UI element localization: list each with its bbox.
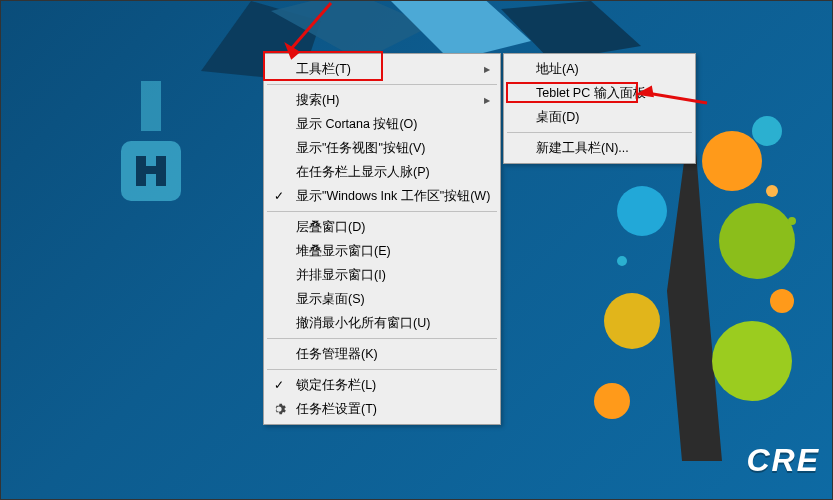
menu-item-label: Teblet PC 输入面板 bbox=[536, 85, 646, 102]
menu-item-windows-ink-button[interactable]: ✓ 显示"Windows Ink 工作区"按钮(W) bbox=[266, 184, 498, 208]
checkmark-icon: ✓ bbox=[274, 189, 284, 203]
menu-item-label: 堆叠显示窗口(E) bbox=[296, 243, 391, 260]
svg-point-12 bbox=[752, 116, 782, 146]
desktop-viewport: CRE 工具栏(T) 搜索(H) 显示 Cortana 按钮(O) 显示"任务视… bbox=[0, 0, 833, 500]
toolbars-submenu: 地址(A) Teblet PC 输入面板 桌面(D) 新建工具栏(N)... bbox=[503, 53, 696, 164]
menu-item-label: 地址(A) bbox=[536, 61, 579, 78]
menu-item-toolbars[interactable]: 工具栏(T) bbox=[266, 57, 498, 81]
svg-point-14 bbox=[712, 321, 792, 401]
menu-item-cortana-button[interactable]: 显示 Cortana 按钮(O) bbox=[266, 112, 498, 136]
menu-separator bbox=[267, 338, 497, 339]
menu-item-stack-windows[interactable]: 堆叠显示窗口(E) bbox=[266, 239, 498, 263]
menu-item-label: 在任务栏上显示人脉(P) bbox=[296, 164, 430, 181]
menu-item-label: 工具栏(T) bbox=[296, 61, 351, 78]
submenu-item-address[interactable]: 地址(A) bbox=[506, 57, 693, 81]
menu-separator bbox=[267, 211, 497, 212]
svg-rect-7 bbox=[136, 166, 166, 174]
menu-item-label: 新建工具栏(N)... bbox=[536, 140, 629, 157]
menu-item-label: 层叠窗口(D) bbox=[296, 219, 365, 236]
submenu-item-new-toolbar[interactable]: 新建工具栏(N)... bbox=[506, 136, 693, 160]
menu-item-label: 显示桌面(S) bbox=[296, 291, 365, 308]
menu-item-task-manager[interactable]: 任务管理器(K) bbox=[266, 342, 498, 366]
svg-point-10 bbox=[719, 203, 795, 279]
menu-separator bbox=[507, 132, 692, 133]
svg-point-19 bbox=[617, 256, 627, 266]
menu-item-taskbar-settings[interactable]: 任务栏设置(T) bbox=[266, 397, 498, 421]
menu-separator bbox=[267, 369, 497, 370]
menu-item-show-people[interactable]: 在任务栏上显示人脉(P) bbox=[266, 160, 498, 184]
svg-rect-8 bbox=[141, 81, 161, 131]
menu-item-label: 任务栏设置(T) bbox=[296, 401, 377, 418]
svg-point-16 bbox=[770, 289, 794, 313]
menu-item-show-desktop[interactable]: 显示桌面(S) bbox=[266, 287, 498, 311]
checkmark-icon: ✓ bbox=[274, 378, 284, 392]
taskbar-context-menu: 工具栏(T) 搜索(H) 显示 Cortana 按钮(O) 显示"任务视图"按钮… bbox=[263, 53, 501, 425]
menu-item-task-view-button[interactable]: 显示"任务视图"按钮(V) bbox=[266, 136, 498, 160]
menu-item-label: 桌面(D) bbox=[536, 109, 579, 126]
menu-item-label: 任务管理器(K) bbox=[296, 346, 378, 363]
menu-item-label: 锁定任务栏(L) bbox=[296, 377, 376, 394]
menu-item-label: 显示 Cortana 按钮(O) bbox=[296, 116, 417, 133]
menu-item-cascade-windows[interactable]: 层叠窗口(D) bbox=[266, 215, 498, 239]
menu-item-undo-minimize[interactable]: 撤消最小化所有窗口(U) bbox=[266, 311, 498, 335]
gear-icon bbox=[272, 402, 286, 416]
menu-item-label: 并排显示窗口(I) bbox=[296, 267, 386, 284]
svg-point-11 bbox=[617, 186, 667, 236]
menu-item-label: 撤消最小化所有窗口(U) bbox=[296, 315, 430, 332]
menu-item-label: 显示"任务视图"按钮(V) bbox=[296, 140, 426, 157]
menu-item-label: 搜索(H) bbox=[296, 92, 339, 109]
svg-point-18 bbox=[788, 217, 796, 225]
svg-point-9 bbox=[702, 131, 762, 191]
svg-marker-3 bbox=[501, 1, 641, 61]
svg-point-17 bbox=[766, 185, 778, 197]
menu-item-lock-taskbar[interactable]: ✓ 锁定任务栏(L) bbox=[266, 373, 498, 397]
menu-item-search[interactable]: 搜索(H) bbox=[266, 88, 498, 112]
submenu-item-desktop[interactable]: 桌面(D) bbox=[506, 105, 693, 129]
menu-item-side-by-side[interactable]: 并排显示窗口(I) bbox=[266, 263, 498, 287]
menu-item-label: 显示"Windows Ink 工作区"按钮(W) bbox=[296, 188, 490, 205]
svg-point-15 bbox=[594, 383, 630, 419]
menu-separator bbox=[267, 84, 497, 85]
svg-point-13 bbox=[604, 293, 660, 349]
wallpaper-text: CRE bbox=[746, 442, 820, 479]
submenu-item-tablet-pc-input-panel[interactable]: Teblet PC 输入面板 bbox=[506, 81, 693, 105]
